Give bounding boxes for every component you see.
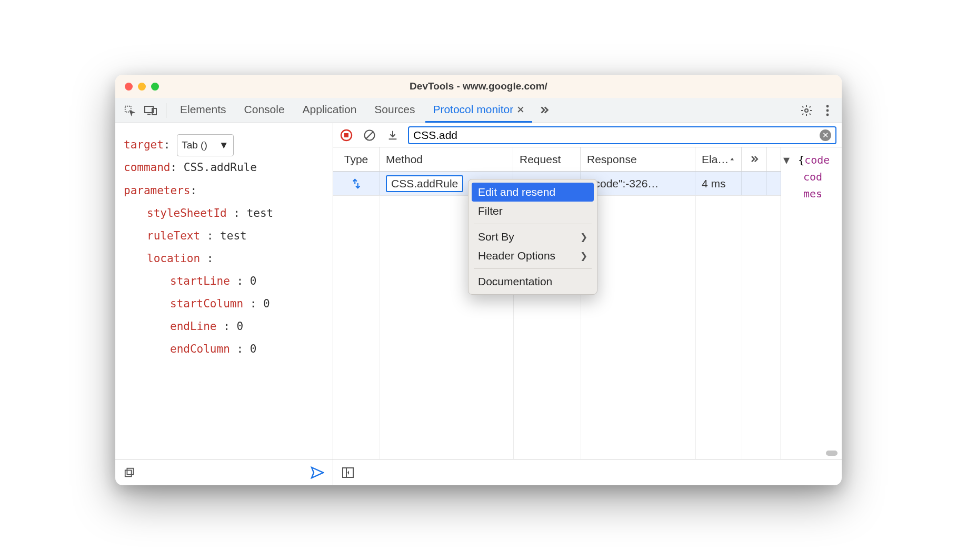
chevron-down-icon: ▼ <box>219 135 229 156</box>
svg-point-4 <box>805 109 808 112</box>
horizontal-scrollbar[interactable] <box>826 451 838 456</box>
grid-header: Type Method Request Response Ela… <box>333 147 781 172</box>
chevron-right-icon: ❯ <box>580 251 587 262</box>
menu-documentation[interactable]: Documentation <box>472 272 594 291</box>
svg-rect-11 <box>344 133 348 137</box>
menu-separator <box>474 268 592 269</box>
svg-line-13 <box>366 132 373 139</box>
more-columns-icon[interactable] <box>742 147 767 171</box>
row-elapsed: 4 ms <box>695 172 742 195</box>
col-request[interactable]: Request <box>513 147 581 171</box>
menu-header-options-label: Header Options <box>478 249 555 262</box>
param-endcolumn-value[interactable]: 0 <box>250 343 257 355</box>
col-type[interactable]: Type <box>333 147 380 171</box>
param-startcolumn-value[interactable]: 0 <box>263 297 270 310</box>
param-ruletext-key: ruleText <box>147 229 200 242</box>
svg-rect-9 <box>125 470 132 476</box>
body: target: Tab () ▼ command: CSS.addRule pa… <box>115 123 842 485</box>
row-method-value: CSS.addRule <box>386 175 463 192</box>
col-elapsed-label: Ela… <box>702 153 729 166</box>
row-more-cell <box>742 172 767 195</box>
collapse-panel-icon[interactable] <box>342 467 354 478</box>
param-startline-key: startLine <box>170 275 230 287</box>
clear-icon[interactable] <box>362 127 377 143</box>
tab-bar: Elements Console Application Sources Pro… <box>115 98 842 123</box>
menu-header-options[interactable]: Header Options ❯ <box>472 246 594 265</box>
target-select[interactable]: Tab () ▼ <box>177 134 233 157</box>
tab-application[interactable]: Application <box>295 98 364 123</box>
param-stylesheetid-key: styleSheetId <box>147 207 227 219</box>
menu-edit-resend[interactable]: Edit and resend <box>472 183 594 202</box>
inspect-element-icon[interactable] <box>121 102 138 119</box>
left-footer <box>115 459 333 485</box>
left-panel: target: Tab () ▼ command: CSS.addRule pa… <box>115 123 333 485</box>
sidepane-key-mes: mes <box>803 187 822 200</box>
window-title: DevTools - www.google.com/ <box>115 81 842 92</box>
more-tabs-icon[interactable] <box>535 102 553 119</box>
param-ruletext-value[interactable]: test <box>220 229 247 242</box>
kebab-menu-icon[interactable] <box>819 102 836 119</box>
command-editor: target: Tab () ▼ command: CSS.addRule pa… <box>115 123 333 459</box>
devtools-window: DevTools - www.google.com/ Elements Cons… <box>115 75 842 485</box>
send-button[interactable] <box>311 466 324 479</box>
param-endline-value[interactable]: 0 <box>236 320 243 333</box>
menu-filter[interactable]: Filter <box>472 202 594 221</box>
tab-elements[interactable]: Elements <box>173 98 234 123</box>
chevron-right-icon: ❯ <box>580 232 587 243</box>
titlebar: DevTools - www.google.com/ <box>115 75 842 98</box>
tab-label: Protocol monitor <box>433 103 513 116</box>
divider <box>166 103 166 118</box>
detail-sidepane[interactable]: ▼ {code cod mes <box>781 147 842 459</box>
clear-search-icon[interactable]: ✕ <box>820 129 831 141</box>
download-icon[interactable] <box>385 127 401 143</box>
col-response[interactable]: Response <box>581 147 695 171</box>
target-key: target <box>124 138 164 151</box>
param-endline-key: endLine <box>170 320 217 333</box>
search-input-wrapper: ✕ <box>408 126 836 144</box>
tab-protocol-monitor[interactable]: Protocol monitor ✕ <box>425 98 532 123</box>
col-elapsed[interactable]: Ela… <box>695 147 742 171</box>
target-value: Tab () <box>182 135 207 156</box>
param-stylesheetid-value[interactable]: test <box>247 207 274 219</box>
sidepane-key-cod: cod <box>803 171 822 183</box>
menu-sort-by-label: Sort By <box>478 231 514 243</box>
command-key: command <box>124 161 171 174</box>
tab-console[interactable]: Console <box>237 98 292 123</box>
context-menu: Edit and resend Filter Sort By ❯ Header … <box>468 179 597 295</box>
row-response: {"code":-326… <box>581 172 695 195</box>
close-tab-icon[interactable]: ✕ <box>516 104 525 116</box>
right-panel: ✕ Type Method Request Response Ela… <box>333 123 842 485</box>
copy-icon[interactable] <box>124 467 135 478</box>
brace: { <box>798 154 804 166</box>
param-location-key: location <box>147 252 200 265</box>
triangle-down-icon[interactable]: ▼ <box>783 154 790 166</box>
sidepane-key-code: code <box>804 154 830 166</box>
menu-sort-by[interactable]: Sort By ❯ <box>472 227 594 246</box>
device-toggle-icon[interactable] <box>142 102 160 119</box>
col-method[interactable]: Method <box>380 147 513 171</box>
param-startline-value[interactable]: 0 <box>250 275 257 287</box>
svg-rect-8 <box>127 468 133 474</box>
svg-point-7 <box>826 113 829 116</box>
parameters-key: parameters <box>124 184 190 197</box>
command-value[interactable]: CSS.addRule <box>184 161 257 174</box>
search-input[interactable] <box>413 129 820 142</box>
svg-point-5 <box>826 105 829 107</box>
menu-separator <box>474 224 592 224</box>
row-type-icon <box>333 172 380 195</box>
tab-sources[interactable]: Sources <box>367 98 422 123</box>
settings-icon[interactable] <box>798 102 815 119</box>
right-toolbar: ✕ <box>333 123 842 147</box>
right-footer <box>333 459 842 485</box>
record-button[interactable] <box>338 127 354 143</box>
param-endcolumn-key: endColumn <box>170 343 230 355</box>
param-startcolumn-key: startColumn <box>170 297 243 310</box>
svg-point-6 <box>826 109 829 112</box>
